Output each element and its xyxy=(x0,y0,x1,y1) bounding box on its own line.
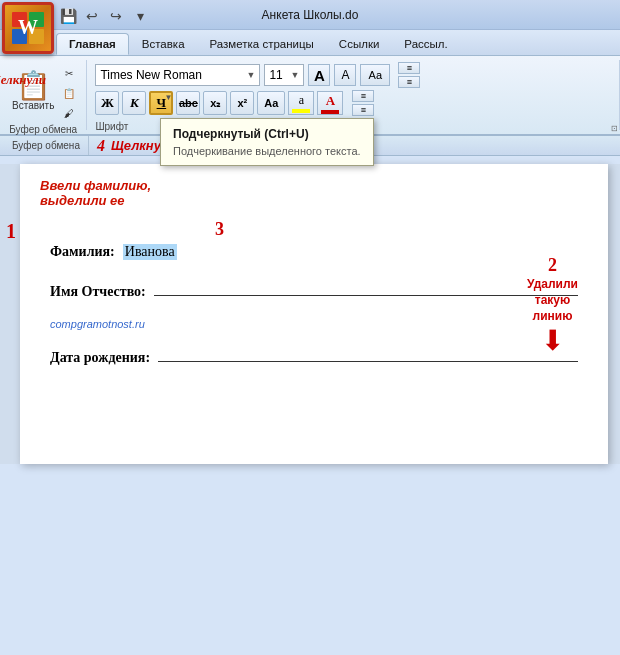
clipboard-label: Буфер обмена xyxy=(9,122,77,135)
tab-layout[interactable]: Разметка страницы xyxy=(198,33,326,55)
window-title: Анкета Школы.do xyxy=(262,8,359,22)
ribbon-tabs: Главная Вставка Разметка страницы Ссылки… xyxy=(0,30,620,56)
grow-font-button[interactable]: A xyxy=(308,64,330,86)
field-famil-label: Фамилия: xyxy=(50,244,115,260)
save-quick-btn[interactable]: 💾 xyxy=(58,6,78,26)
tooltip-title: Подчеркнутый (Ctrl+U) xyxy=(173,127,361,141)
annotation-2-group: 2 Удалилитакуюлинию ⬇ xyxy=(527,254,578,357)
highlight-button[interactable]: а xyxy=(288,91,314,115)
list-btn-1[interactable]: ≡ xyxy=(398,62,420,74)
clear-format-button[interactable]: Аа xyxy=(360,64,390,86)
font-row1: Times New Roman ▼ 11 ▼ A A Аа ≡ ≡ xyxy=(95,62,611,88)
underline-dropdown-arrow: ▼ xyxy=(164,93,172,102)
field-name: Имя Отчество: xyxy=(50,278,578,300)
subscript-button[interactable]: x₂ xyxy=(203,91,227,115)
font-color-button[interactable]: А xyxy=(317,91,343,115)
annotation-3-intro: Ввели фамилию, выделили ее xyxy=(40,178,151,208)
annotation-2-arrow: ⬇ xyxy=(527,324,578,357)
undo-quick-btn[interactable]: ↩ xyxy=(82,6,102,26)
underline-button[interactable]: Ч ▼ xyxy=(149,91,173,115)
align-btn-1[interactable]: ≡ xyxy=(352,90,374,102)
font-row2: Ж К Ч ▼ abc x₂ x² Аа а А ≡ ≡ xyxy=(95,90,611,116)
cut-button[interactable]: ✂ xyxy=(60,64,78,82)
font-section-expander[interactable]: ⊡ xyxy=(608,122,620,134)
field-famil-value: Иванова xyxy=(123,244,177,260)
more-quick-btn[interactable]: ▾ xyxy=(130,6,150,26)
field-famil: Фамилия: Иванова xyxy=(50,244,578,260)
annotation-2-text: 2 Удалилитакуюлинию xyxy=(527,254,578,324)
font-name-dropdown[interactable]: Times New Roman ▼ xyxy=(95,64,260,86)
field-name-label: Имя Отчество: xyxy=(50,284,146,300)
redo-quick-btn[interactable]: ↪ xyxy=(106,6,126,26)
tab-home[interactable]: Главная xyxy=(56,33,129,55)
website-label: compgramotnost.ru xyxy=(50,318,578,330)
list-btn-2[interactable]: ≡ xyxy=(398,76,420,88)
copy-button[interactable]: 📋 xyxy=(60,84,78,102)
clipboard-section-label: Буфер обмена xyxy=(4,136,89,155)
document-area: 1 Ввели фамилию, выделили ее 3 Фамилия: … xyxy=(0,164,620,464)
annotation-4-number: 4 xyxy=(97,137,105,155)
annotation-1: 1 xyxy=(6,220,16,243)
paste-label: Вставить xyxy=(12,100,54,111)
svg-text:W: W xyxy=(18,16,38,38)
title-bar: W 💾 ↩ ↪ ▾ Анкета Школы.do xyxy=(0,0,620,30)
intro-line2: выделили ее xyxy=(40,193,151,208)
field-dob-line xyxy=(158,344,578,362)
italic-button[interactable]: К xyxy=(122,91,146,115)
tooltip-description: Подчеркивание выделенного текста. xyxy=(173,145,361,157)
intro-line1: Ввели фамилию, xyxy=(40,178,151,193)
change-case-button[interactable]: Аа xyxy=(257,91,285,115)
quick-access-toolbar: 💾 ↩ ↪ ▾ xyxy=(58,6,150,26)
shrink-font-button[interactable]: A xyxy=(334,64,356,86)
font-name-arrow: ▼ xyxy=(246,70,255,80)
align-btn-2[interactable]: ≡ xyxy=(352,104,374,116)
font-color-bar xyxy=(321,110,339,114)
font-size-arrow: ▼ xyxy=(290,70,299,80)
document-page: Ввели фамилию, выделили ее 3 Фамилия: Ив… xyxy=(20,164,608,464)
font-size-dropdown[interactable]: 11 ▼ xyxy=(264,64,304,86)
superscript-button[interactable]: x² xyxy=(230,91,254,115)
font-color-group: А xyxy=(317,91,343,115)
field-dob: Дата рождения: xyxy=(50,344,578,366)
bold-button[interactable]: Ж xyxy=(95,91,119,115)
font-color-label: А xyxy=(326,93,335,109)
clipboard-section: 📋 Вставить ✂ 📋 🖌 Буфер обмена Щелкнули xyxy=(0,60,87,130)
para-align-buttons: ≡ ≡ xyxy=(352,90,374,116)
office-button[interactable]: W xyxy=(2,2,54,54)
field-name-line xyxy=(154,278,578,296)
annotation-2-number: 2 xyxy=(527,254,578,277)
strikethrough-button[interactable]: abc xyxy=(176,91,200,115)
font-label: Шрифт xyxy=(95,119,128,132)
annotation-4-label: Щелкнули xyxy=(0,70,46,88)
list-buttons: ≡ ≡ xyxy=(398,62,420,88)
small-clipboard-btns: ✂ 📋 🖌 xyxy=(60,64,78,122)
highlight-label: а xyxy=(299,93,304,108)
annotation-3: 3 xyxy=(215,219,224,240)
format-painter-button[interactable]: 🖌 xyxy=(60,104,78,122)
tooltip: Подчеркнутый (Ctrl+U) Подчеркивание выде… xyxy=(160,118,374,166)
tab-insert[interactable]: Вставка xyxy=(130,33,197,55)
tab-mailings[interactable]: Рассыл. xyxy=(392,33,459,55)
highlight-color-bar xyxy=(292,109,310,113)
field-dob-label: Дата рождения: xyxy=(50,350,150,366)
tab-references[interactable]: Ссылки xyxy=(327,33,392,55)
